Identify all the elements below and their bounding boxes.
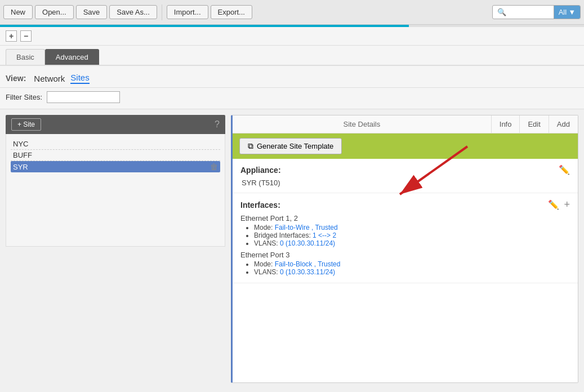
view-label: View: bbox=[6, 74, 26, 83]
interfaces-actions: ✏️ + bbox=[548, 199, 570, 211]
search-input[interactable] bbox=[509, 6, 554, 19]
list-item: VLANS: 0 (10.30.30.11/24) bbox=[254, 239, 570, 247]
search-icon: 🔍 bbox=[493, 6, 509, 19]
generate-bar: ⧉ Generate Site Template bbox=[233, 133, 578, 159]
filter-label: Filter Sites: bbox=[6, 93, 42, 101]
list-item: VLANS: 0 (10.30.33.11/24) bbox=[254, 268, 570, 276]
tab-add[interactable]: Add bbox=[549, 115, 578, 133]
export-button[interactable]: Export... bbox=[211, 5, 252, 19]
import-button[interactable]: Import... bbox=[167, 5, 208, 19]
view-section: View: Network Sites bbox=[0, 66, 584, 88]
bridged-value: 1 <--> 2 bbox=[313, 231, 336, 239]
site-name: SYR bbox=[13, 163, 28, 171]
generate-site-template-button[interactable]: ⧉ Generate Site Template bbox=[239, 138, 342, 154]
save-as-button[interactable]: Save As... bbox=[109, 5, 157, 19]
vlans-label: VLANS: bbox=[254, 239, 280, 247]
tab-basic[interactable]: Basic bbox=[6, 49, 45, 65]
appliance-title: Appliance: bbox=[240, 166, 281, 175]
list-item: Mode: Fail-to-Wire , Trusted bbox=[254, 224, 570, 231]
main-content: + Site ? NYC BUFF SYR 🗑 bbox=[0, 109, 584, 389]
appliance-edit-button[interactable]: ✏️ bbox=[559, 164, 570, 175]
save-button[interactable]: Save bbox=[76, 5, 108, 19]
interfaces-edit-button[interactable]: ✏️ bbox=[548, 199, 559, 211]
site-details-title: Site Details bbox=[233, 115, 491, 133]
vlans-label: VLANS: bbox=[254, 268, 280, 276]
port-label: Ethernet Port 3 bbox=[240, 251, 570, 259]
site-list: NYC BUFF SYR 🗑 bbox=[6, 134, 225, 247]
interfaces-title: Interfaces: bbox=[240, 201, 280, 210]
port-details-list: Mode: Fail-to-Wire , Trusted Bridged Int… bbox=[240, 224, 570, 247]
list-item: Bridged Interfaces: 1 <--> 2 bbox=[254, 231, 570, 239]
separator-1 bbox=[162, 5, 162, 20]
list-item-selected[interactable]: SYR 🗑 bbox=[11, 161, 220, 172]
appliance-header: Appliance: ✏️ bbox=[240, 164, 570, 175]
vlans-value: 0 (10.30.33.11/24) bbox=[280, 268, 335, 276]
mode-label: Mode: bbox=[254, 224, 275, 231]
tab-edit[interactable]: Edit bbox=[519, 115, 548, 133]
tab-bar: Basic Advanced bbox=[0, 46, 584, 66]
appliance-value: SYR (T510) bbox=[240, 179, 570, 187]
delete-icon[interactable]: 🗑 bbox=[210, 162, 218, 171]
tab-info[interactable]: Info bbox=[491, 115, 520, 133]
mode-value: Fail-to-Wire , Trusted bbox=[275, 224, 338, 231]
expand-collapse-bar: + − bbox=[0, 27, 584, 46]
bridged-label: Bridged Interfaces: bbox=[254, 231, 313, 239]
expand-button[interactable]: + bbox=[6, 30, 17, 42]
view-sites-link[interactable]: Sites bbox=[70, 73, 89, 84]
interfaces-header: Interfaces: ✏️ + bbox=[240, 199, 570, 211]
left-panel: + Site ? NYC BUFF SYR 🗑 bbox=[6, 115, 225, 383]
site-details-header: Site Details Info Edit Add bbox=[233, 115, 578, 133]
copy-icon: ⧉ bbox=[248, 141, 253, 151]
view-network-link[interactable]: Network bbox=[34, 74, 65, 83]
port3-details-list: Mode: Fail-to-Block , Trusted VLANS: 0 (… bbox=[240, 260, 570, 276]
list-item[interactable]: BUFF bbox=[11, 150, 220, 161]
interfaces-add-button[interactable]: + bbox=[564, 199, 570, 211]
appliance-section: Appliance: ✏️ SYR (T510) bbox=[233, 159, 578, 193]
mode-value: Fail-to-Block , Trusted bbox=[275, 260, 341, 268]
toolbar: New Open... Save Save As... Import... Ex… bbox=[0, 0, 584, 25]
collapse-button[interactable]: − bbox=[20, 30, 32, 42]
list-item[interactable]: NYC bbox=[11, 139, 220, 150]
add-site-button[interactable]: + Site bbox=[11, 118, 41, 131]
filter-row: Filter Sites: bbox=[0, 88, 584, 109]
right-panel: Site Details Info Edit Add ⧉ Generate Si… bbox=[231, 115, 578, 383]
filter-input[interactable] bbox=[47, 91, 120, 103]
tab-advanced[interactable]: Advanced bbox=[45, 49, 99, 65]
list-item: Mode: Fail-to-Block , Trusted bbox=[254, 260, 570, 268]
site-name: NYC bbox=[13, 140, 28, 148]
site-name: BUFF bbox=[13, 151, 32, 159]
interfaces-section: Interfaces: ✏️ + Ethernet Port 1, 2 Mode… bbox=[233, 193, 578, 283]
new-button[interactable]: New bbox=[3, 5, 33, 19]
mode-label: Mode: bbox=[254, 260, 275, 268]
search-scope-dropdown[interactable]: All ▼ bbox=[554, 6, 580, 19]
vlans-value: 0 (10.30.30.11/24) bbox=[280, 239, 335, 247]
open-button[interactable]: Open... bbox=[35, 5, 74, 19]
port-label: Ethernet Port 1, 2 bbox=[240, 214, 570, 222]
site-list-header: + Site ? bbox=[6, 115, 225, 134]
appliance-actions: ✏️ bbox=[559, 164, 570, 175]
search-box: 🔍 All ▼ bbox=[492, 5, 581, 19]
help-button[interactable]: ? bbox=[215, 119, 220, 130]
chevron-down-icon: ▼ bbox=[568, 8, 576, 16]
